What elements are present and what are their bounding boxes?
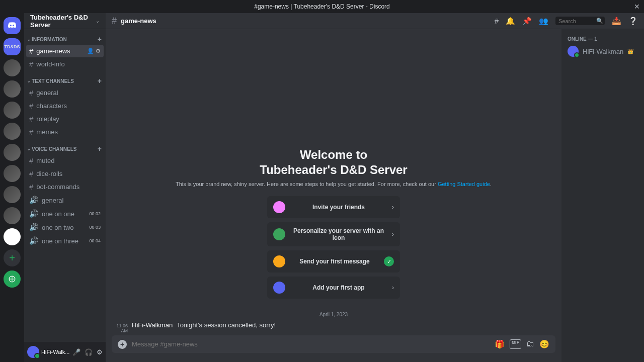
member-name: HiFi-Walkman (583, 48, 623, 55)
channel-title: game-news (121, 17, 156, 25)
getting-started-link[interactable]: Getting Started guide (438, 181, 490, 187)
sticker-icon[interactable]: 🗂 (526, 339, 534, 349)
channel-header: # game-news # 🔔 📌 👥 🔍 📥 ❔ (106, 13, 644, 29)
card-text: Send your first message (291, 258, 378, 265)
help-icon[interactable]: ❔ (628, 17, 638, 26)
mic-icon[interactable]: 🎤 (72, 348, 80, 356)
emoji-icon[interactable]: 😊 (539, 339, 549, 349)
channel-general[interactable]: 🔊general (26, 194, 104, 207)
channel-name: characters (36, 102, 67, 110)
category[interactable]: TEXT CHANNELS+ (26, 71, 104, 86)
explore-button[interactable] (4, 270, 21, 288)
channel-characters[interactable]: #characters (26, 100, 104, 112)
speaker-icon: 🔊 (29, 209, 39, 218)
inbox-icon[interactable]: 📥 (612, 17, 621, 26)
category[interactable]: VOICE CHANNELS+ (26, 139, 104, 154)
channel-one-on-two[interactable]: 🔊one on two00 03 (26, 221, 104, 234)
onboard-card[interactable]: Send your first message✓ (267, 250, 400, 273)
invite-icon[interactable]: 👤 (87, 48, 94, 54)
onboard-card[interactable]: Invite your friends› (267, 196, 400, 218)
card-icon (273, 201, 285, 213)
add-server-button[interactable]: + (4, 249, 21, 266)
speaker-icon: 🔊 (29, 236, 39, 245)
search-icon: 🔍 (596, 18, 603, 24)
channel-name: game-news (36, 47, 70, 55)
channel-name: one on two (42, 224, 74, 231)
home-button[interactable] (4, 17, 21, 34)
card-text: Personalize your server with an icon (291, 227, 386, 241)
date-divider: April 1, 2023 (112, 312, 555, 317)
gift-icon[interactable]: 🎁 (495, 339, 505, 349)
gif-icon[interactable]: GIF (510, 339, 521, 349)
server-header[interactable]: Tubeheader's D&D Server ⌄ (24, 13, 106, 29)
add-channel-button[interactable]: + (98, 77, 102, 85)
input-area: + 🎁 GIF 🗂 😊 (106, 335, 561, 362)
channel-world-info[interactable]: #world-info (26, 58, 104, 70)
channel-one-on-one[interactable]: 🔊one on one00 02 (26, 207, 104, 220)
message-input[interactable] (132, 340, 490, 348)
voice-badge: 00 02 (89, 211, 101, 216)
pin-icon[interactable]: 📌 (522, 17, 532, 26)
channel-panel: Tubeheader's D&D Server ⌄ INFORMATION+#g… (24, 13, 106, 362)
threads-icon[interactable]: # (495, 17, 499, 25)
search-box[interactable]: 🔍 (555, 17, 605, 25)
server-item[interactable] (4, 207, 21, 224)
channel-name: one on one (42, 210, 74, 218)
attach-button[interactable]: + (118, 340, 127, 349)
server-item[interactable] (4, 165, 21, 182)
chevron-right-icon: › (392, 204, 394, 211)
server-item[interactable] (4, 228, 21, 245)
add-channel-button[interactable]: + (98, 35, 102, 43)
avatar[interactable] (27, 346, 39, 358)
channel-game-news[interactable]: #game-news👤⚙ (26, 45, 104, 57)
speaker-icon: 🔊 (29, 223, 39, 232)
member[interactable]: HiFi-Walkman👑 (565, 44, 641, 59)
message: 11:06 AM HiFi-Walkman Tonight's session … (112, 319, 555, 335)
channel-bot-commands[interactable]: #bot-commands (26, 180, 104, 193)
close-icon[interactable]: ✕ (634, 3, 640, 11)
category[interactable]: INFORMATION+ (26, 29, 104, 44)
hash-icon: # (29, 128, 33, 136)
headphones-icon[interactable]: 🎧 (85, 348, 93, 356)
channel-name: roleplay (36, 115, 59, 123)
message-area: Welcome toTubeheader's D&D Server This i… (106, 29, 561, 362)
onboard-card[interactable]: Add your first app› (267, 277, 400, 299)
channel-name: one on three (42, 237, 78, 245)
members-panel: ONLINE — 1 HiFi-Walkman👑 (561, 29, 644, 362)
content: # game-news # 🔔 📌 👥 🔍 📥 ❔ Welcome toTub (106, 13, 644, 362)
server-item-active[interactable]: TD&DS (4, 38, 21, 55)
gear-icon[interactable]: ⚙ (96, 48, 101, 54)
message-text: Tonight's session cancelled, sorry! (177, 321, 276, 329)
hash-icon: # (112, 16, 117, 26)
server-item[interactable] (4, 59, 21, 76)
channel-roleplay[interactable]: #roleplay (26, 113, 104, 125)
add-channel-button[interactable]: + (98, 145, 102, 153)
channel-muted[interactable]: #muted (26, 154, 104, 167)
server-item[interactable] (4, 80, 21, 98)
welcome: Welcome toTubeheader's D&D Server This i… (112, 141, 555, 305)
server-list: TD&DS + (0, 13, 24, 362)
card-icon (273, 255, 285, 267)
members-icon[interactable]: 👥 (539, 17, 548, 26)
onboard-card[interactable]: Personalize your server with an icon› (267, 222, 400, 246)
bell-icon[interactable]: 🔔 (506, 17, 515, 26)
channel-one-on-three[interactable]: 🔊one on three00 04 (26, 234, 104, 247)
gear-icon[interactable]: ⚙ (97, 348, 103, 356)
titlebar-text: #game-news | Tubeheader's D&D Server - D… (254, 3, 390, 10)
voice-badge: 00 04 (89, 238, 101, 243)
avatar (568, 46, 579, 57)
server-item[interactable] (4, 144, 21, 161)
server-item[interactable] (4, 186, 21, 203)
channel-dice-rolls[interactable]: #dice-rolls (26, 167, 104, 180)
channel-general[interactable]: #general👤⚙ (26, 86, 104, 99)
server-item[interactable] (4, 102, 21, 119)
server-item[interactable] (4, 123, 21, 140)
hash-icon: # (29, 183, 33, 191)
search-input[interactable] (558, 18, 596, 24)
channel-name: general (36, 89, 58, 97)
chevron-right-icon: › (392, 284, 394, 291)
hash-icon: # (29, 115, 33, 123)
channel-memes[interactable]: #memes (26, 126, 104, 138)
message-input-box[interactable]: + 🎁 GIF 🗂 😊 (112, 335, 555, 353)
channel-list: INFORMATION+#game-news👤⚙#world-infoTEXT … (24, 29, 106, 342)
